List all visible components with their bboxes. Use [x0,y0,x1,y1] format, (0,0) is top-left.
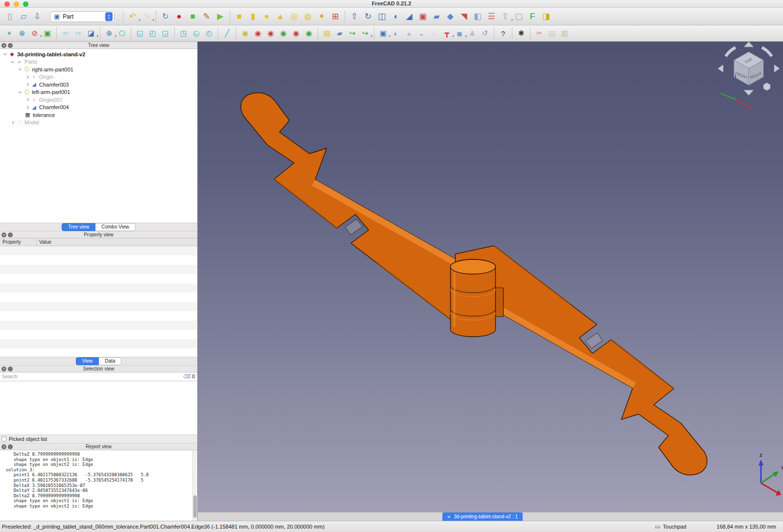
tree-dock-close-icon[interactable]: ✕ [1,43,6,48]
tree-expander-down-icon[interactable] [17,92,23,93]
boolean-operation-button[interactable]: ◙▾ [454,27,465,39]
paste-clipboard-button[interactable]: ▥ [559,27,571,39]
navcube-arrow-left[interactable] [718,65,723,72]
sweep-button[interactable]: ◥ [458,10,470,23]
navigate-forward-button[interactable]: ⇨ [72,27,84,39]
primitive-box-button[interactable]: ■ [233,10,246,23]
property-dock-close-icon[interactable]: ✕ [1,232,6,237]
property-column-value[interactable]: Value [37,239,197,245]
view-bottom-button[interactable]: ◵ [190,27,202,39]
selection-list[interactable] [0,381,197,435]
cross-sections-button[interactable]: ☰ [485,10,498,23]
section-button[interactable]: ◧ [471,10,484,23]
3d-viewport[interactable]: TOP FRONT RIGHT Z Y [198,42,783,512]
tree-item-3d-printing-tablet-stand-v2[interactable]: ◆3d-printing-tablet-stand-v2 [0,50,197,58]
offset-button[interactable]: ⇧▾ [499,10,511,23]
boolean-cut-button[interactable]: ◐ [390,27,402,39]
loft-button[interactable]: ◆ [444,10,457,23]
primitive-tube-button[interactable]: ◍ [301,10,314,23]
new-document-button[interactable]: ▯ [3,10,16,23]
navigation-style-indicator[interactable]: ▭ Touchpad [655,523,686,530]
tree-expander-right-icon[interactable] [9,121,16,124]
measure-refresh-button[interactable]: ◉ [252,27,264,39]
ruled-surface-button[interactable]: ▰ [430,10,443,23]
tree-expander-down-icon[interactable] [17,69,23,70]
redo-dropdown-arrow-icon[interactable]: ▾ [152,18,154,22]
minimize-window-button[interactable] [14,1,19,7]
dock-tab-tree-view[interactable]: Tree view [62,223,95,231]
selection-dock-close-icon[interactable]: ✕ [1,367,6,371]
fit-all-button[interactable]: ⌖ [3,27,15,39]
measure-toggle-3d-button[interactable]: ◉ [290,27,302,39]
tree-expander-right-icon[interactable] [24,83,30,86]
tree-item-origin[interactable]: +Origin [0,73,197,81]
create-part-button[interactable]: ▤ [321,27,333,39]
axonometric-cube-button[interactable]: ⬡ [116,27,128,39]
tree-item-left-arm-part001[interactable]: ⬡left-arm-part001 [0,89,197,96]
macro-record-button[interactable]: ● [173,10,185,23]
primitive-cone-button[interactable]: ▲ [274,10,287,23]
measure-angular-button[interactable]: ◉ [239,27,251,39]
tree-expander-right-icon[interactable] [24,106,30,109]
navcube-arrow-up[interactable] [744,42,754,47]
redo-button[interactable]: ↷▾ [140,10,153,23]
view-rear-button[interactable]: ◳ [178,27,189,39]
make-face-button[interactable]: ▣ [416,10,429,23]
property-column-property[interactable]: Property [0,238,37,246]
thickness-button[interactable]: ▢ [512,10,525,23]
document-tab[interactable]: × 3d-printing-tablet-stand-v2 : 1 [442,512,523,521]
zoom-window-button[interactable] [23,1,28,7]
tree-item-tolerance[interactable]: ▦tolerance [0,111,197,119]
report-scrollbar-thumb[interactable] [193,495,197,518]
picked-object-list-checkbox[interactable] [1,437,6,441]
boolean-union-button[interactable]: ◕ [403,27,415,39]
zoom-tools-button[interactable]: ⊕▾ [103,27,115,39]
measure-linear-button[interactable]: ╱ [221,27,233,39]
boolean-compound-button[interactable]: ▣▾ [377,27,389,39]
revolve-button[interactable]: ↻ [362,10,374,23]
open-document-button[interactable]: ▱ [17,10,30,23]
make-sub-link-dropdown-arrow-icon[interactable]: ▾ [370,34,372,38]
tree-item-chamfer003[interactable]: ◢Chamfer003 [0,81,197,89]
primitive-sphere-button[interactable]: ● [260,10,273,23]
navcube-arrow-down[interactable] [744,90,754,95]
property-tab-data[interactable]: Data [99,357,121,365]
projection-on-surface-button[interactable]: F [526,10,539,23]
navcube-rotate-left-arrow[interactable] [726,47,736,56]
macro-execute-button[interactable]: ▶ [214,10,227,23]
extrude-button[interactable]: ⇧ [348,10,361,23]
tree-expander-right-icon[interactable] [24,76,30,78]
cut-clipboard-button[interactable]: ✂ [533,27,545,39]
tree-item-right-arm-part001[interactable]: ⬡right-arm-part001 [0,66,197,73]
property-dock-float-icon[interactable]: ▫ [8,232,13,237]
navcube-mini-cube[interactable] [763,83,770,91]
measure-toggle-all-button[interactable]: ◉ [277,27,289,39]
view-right-button[interactable]: ◲ [160,27,171,39]
navigate-back-button[interactable]: ⇦ [60,27,71,39]
tree-item-origin007[interactable]: +Origin007 [0,96,197,104]
tree-item-model[interactable]: ⬡Model [0,119,197,127]
selection-bounding-box-button[interactable]: ▣ [42,27,53,39]
draw-style-button[interactable]: ⊘▾ [29,27,41,39]
boolean-xor-button[interactable]: ◌ [428,27,440,39]
macro-stop-button[interactable]: ■ [186,10,199,23]
make-sub-link-button[interactable]: ↪▾ [359,27,371,39]
isometric-view-button[interactable]: ◪▾ [85,27,97,39]
mirror-button[interactable]: ◫ [375,10,388,23]
dock-tab-combo-view[interactable]: Combo View [95,223,136,231]
persistent-section-cut-button[interactable]: ♟ [466,27,478,39]
tree-item-chamfer004[interactable]: ◢Chamfer004 [0,104,197,112]
boolean-intersection-button[interactable]: ◒ [415,27,427,39]
document-tab-close-icon[interactable]: × [447,514,450,519]
view-left-button[interactable]: ◴ [203,27,215,39]
undo-button[interactable]: ↶▾ [126,10,139,23]
search-clear-icon[interactable]: ⌫ [183,373,191,380]
navcube-arrow-right[interactable] [774,65,780,72]
selection-search-input[interactable] [0,373,182,381]
create-primitives-button[interactable]: ⊞ [329,10,342,23]
tree-expander-down-icon[interactable] [2,53,8,55]
workbench-stepper[interactable]: ▲▼ [105,12,113,21]
primitive-torus-button[interactable]: ◎ [288,10,300,23]
primitive-cylinder-button[interactable]: ▮ [247,10,259,23]
fit-selection-button[interactable]: ⊕ [16,27,28,39]
